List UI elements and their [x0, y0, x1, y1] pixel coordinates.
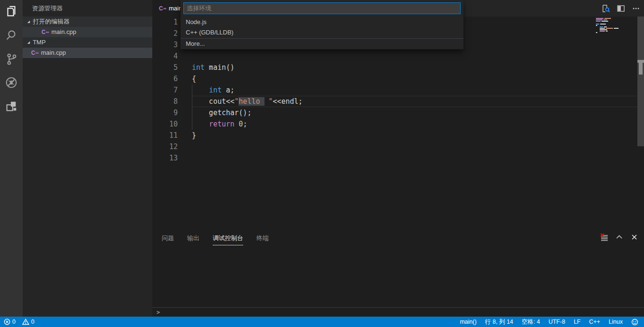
open-preview-icon[interactable] — [602, 4, 610, 13]
status-indentation[interactable]: 空格: 4 — [522, 318, 540, 326]
status-bar-right: main() 行 8, 列 14 空格: 4 UTF-8 LF C++ Linu… — [451, 318, 644, 326]
close-panel-icon[interactable] — [630, 233, 638, 241]
search-icon — [4, 28, 18, 42]
debug-icon — [4, 75, 18, 90]
tab-debug-console[interactable]: 调试控制台 — [213, 234, 243, 245]
warning-count: 0 — [31, 319, 34, 325]
open-editor-main-cpp[interactable]: main.cpp — [23, 27, 152, 37]
file-main-cpp[interactable]: main.cpp — [23, 48, 152, 58]
source-control-icon — [4, 52, 18, 66]
status-symbol[interactable]: main() — [460, 319, 476, 325]
more-actions-icon[interactable] — [632, 4, 640, 13]
quick-pick-input-wrap — [181, 0, 463, 17]
twisty-expanded-icon: ◢ — [27, 37, 30, 48]
quick-pick-dropdown: Node.js C++ (GDB/LLDB) More... — [181, 0, 463, 50]
clear-console-icon[interactable] — [600, 233, 608, 241]
cpp-file-icon — [41, 28, 49, 36]
editor-actions — [602, 0, 640, 17]
files-icon — [4, 5, 18, 19]
sidebar-item-source-control[interactable] — [0, 47, 23, 71]
error-count: 0 — [12, 319, 16, 325]
maximize-panel-icon[interactable] — [615, 233, 623, 241]
scrollbar-thumb[interactable] — [639, 63, 643, 75]
cpp-file-icon — [159, 5, 166, 12]
bottom-panel: 问题 输出 调试控制台 终端 > — [152, 230, 644, 317]
open-editors-header[interactable]: ◢ 打开的编辑器 — [23, 17, 152, 27]
quick-pick-item-more[interactable]: More... — [181, 38, 463, 49]
feedback-smiley-icon[interactable] — [631, 319, 638, 326]
quick-pick-item-nodejs[interactable]: Node.js — [181, 17, 463, 27]
sidebar-item-explorer[interactable] — [0, 0, 23, 24]
status-bar: 0 0 main() 行 8, 列 14 空格: 4 UTF-8 LF C++ … — [0, 317, 644, 327]
tab-terminal[interactable]: 终端 — [256, 234, 269, 245]
repl-prompt-icon: > — [152, 309, 160, 316]
folder-tmp-header[interactable]: ◢ TMP — [23, 37, 152, 48]
debug-console-input[interactable]: > — [152, 307, 644, 317]
extensions-icon — [4, 99, 18, 113]
status-cursor-position[interactable]: 行 8, 列 14 — [485, 318, 513, 326]
explorer-sidebar: 资源管理器 ◢ 打开的编辑器 main.cpp ◢ TMP main.cpp — [23, 0, 152, 317]
sidebar-item-extensions[interactable] — [0, 94, 23, 118]
status-language[interactable]: C++ — [589, 319, 600, 325]
warning-icon — [22, 319, 29, 325]
indent-guide — [192, 84, 192, 130]
sidebar-item-debug[interactable] — [0, 71, 23, 94]
cpp-file-icon — [31, 49, 39, 57]
minimap[interactable] — [596, 18, 637, 34]
status-os[interactable]: Linux — [609, 319, 623, 325]
twisty-expanded-icon: ◢ — [27, 17, 30, 27]
quick-pick-item-cpp-gdb-lldb[interactable]: C++ (GDB/LLDB) — [181, 27, 463, 38]
panel-actions — [600, 233, 638, 241]
status-eol[interactable]: LF — [574, 319, 581, 325]
editor-scrollbar[interactable] — [637, 17, 644, 146]
tab-output[interactable]: 输出 — [187, 234, 199, 245]
tab-problems[interactable]: 问题 — [162, 234, 174, 245]
activity-bar — [0, 0, 23, 317]
status-encoding[interactable]: UTF-8 — [548, 319, 565, 325]
problems-status[interactable]: 0 0 — [0, 319, 34, 325]
sidebar-title: 资源管理器 — [23, 0, 152, 17]
panel-tabs: 问题 输出 调试控制台 终端 — [152, 230, 644, 245]
environment-select-input[interactable] — [183, 2, 461, 14]
split-editor-icon[interactable] — [617, 4, 625, 13]
error-icon — [4, 319, 10, 325]
sidebar-item-search[interactable] — [0, 24, 23, 47]
